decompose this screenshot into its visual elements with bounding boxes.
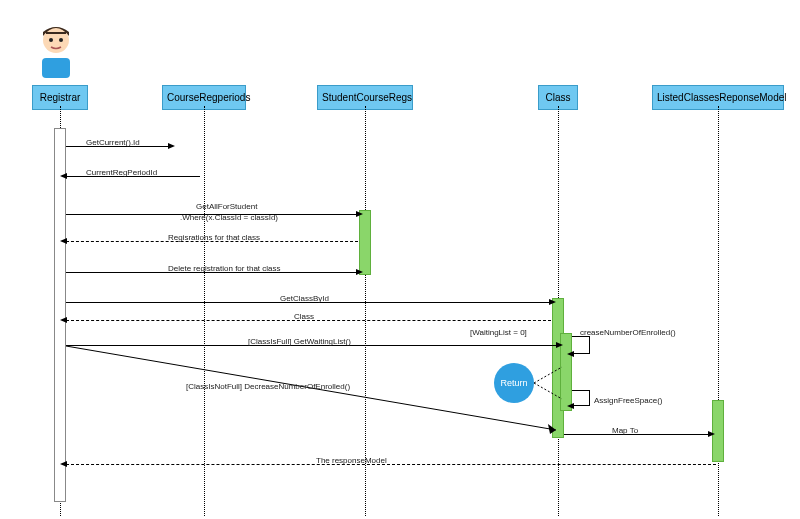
arrow-head-icon xyxy=(60,317,67,323)
message-label: Delete registration for that class xyxy=(168,264,281,273)
message-label: Class xyxy=(294,312,314,321)
activation-studentcourseregs xyxy=(359,210,371,275)
message-label: Map To xyxy=(612,426,638,435)
lifeline-label: ListedClassesReponseModel xyxy=(657,92,787,103)
self-call xyxy=(572,336,590,354)
message-label: creaseNumberOfEnrolled() xyxy=(580,328,676,337)
arrow-head-icon xyxy=(708,431,715,437)
arrow-head-icon xyxy=(549,299,556,305)
message-label: [ClassIsNotFull] DecreaseNumberOfEnrolle… xyxy=(186,382,350,391)
message-label: .Where(x.ClassId = classId) xyxy=(180,213,278,222)
message-label: AssignFreeSpace() xyxy=(594,396,662,405)
message-label: The responseModel xyxy=(316,456,387,465)
arrow-head-icon xyxy=(168,143,175,149)
message-label: [WaitingList = 0] xyxy=(470,328,527,337)
arrow xyxy=(66,464,716,465)
lifeline-label: Class xyxy=(545,92,570,103)
arrow-head-icon xyxy=(60,461,67,467)
svg-point-2 xyxy=(49,38,53,42)
message-label: GetAllForStudent xyxy=(196,202,257,211)
message-label: CurrentRegPeriodId xyxy=(86,168,157,177)
arrow-head-icon xyxy=(356,269,363,275)
actor-avatar xyxy=(32,18,80,78)
message-label: GetClassById xyxy=(280,294,329,303)
lifeline-line xyxy=(365,106,366,516)
arrow-head-icon xyxy=(356,211,363,217)
svg-rect-4 xyxy=(46,32,66,34)
svg-point-3 xyxy=(59,38,63,42)
activation-registrar xyxy=(54,128,66,502)
arrow-head-icon xyxy=(567,351,574,357)
message-label: GetCurrent().Id xyxy=(86,138,140,147)
message-label: Regisrations for that class xyxy=(168,233,260,242)
svg-rect-0 xyxy=(42,58,70,78)
lifeline-line xyxy=(204,106,205,516)
lifeline-label: CourseRegperiods xyxy=(167,92,250,103)
lifeline-label: Registrar xyxy=(40,92,81,103)
arrow-head-icon xyxy=(567,403,574,409)
arrow-head-icon xyxy=(60,173,67,179)
svg-marker-8 xyxy=(548,424,556,434)
arrow-head-icon xyxy=(60,238,67,244)
self-call xyxy=(572,390,590,406)
lifeline-label: StudentCourseRegs xyxy=(322,92,412,103)
